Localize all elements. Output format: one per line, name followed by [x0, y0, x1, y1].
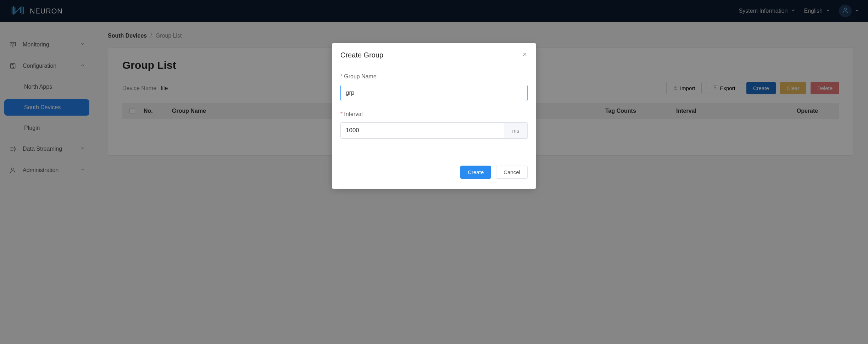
close-icon [522, 51, 528, 59]
interval-unit: ms [504, 122, 528, 139]
group-name-input[interactable] [340, 85, 528, 101]
modal-create-button[interactable]: Create [460, 166, 491, 179]
modal-create-label: Create [468, 169, 484, 175]
interval-input[interactable] [340, 122, 504, 139]
group-name-label: Group Name [344, 73, 377, 80]
modal-header: Create Group [332, 43, 536, 59]
modal-cancel-button[interactable]: Cancel [496, 166, 528, 179]
close-button[interactable] [522, 51, 528, 59]
interval-label-row: * Interval [340, 111, 528, 117]
group-name-label-row: * Group Name [340, 73, 528, 80]
interval-input-group: ms [340, 122, 528, 139]
required-indicator: * [340, 111, 343, 117]
modal-cancel-label: Cancel [503, 169, 520, 175]
required-indicator: * [340, 73, 343, 80]
modal-title: Create Group [340, 51, 383, 59]
modal-overlay[interactable]: Create Group * Group Name * Interval [0, 0, 868, 344]
create-group-modal: Create Group * Group Name * Interval [332, 43, 536, 189]
group-name-field: * Group Name [340, 73, 528, 101]
modal-body: * Group Name * Interval ms [332, 59, 536, 157]
interval-label: Interval [344, 111, 362, 117]
interval-field: * Interval ms [340, 111, 528, 139]
modal-footer: Create Cancel [332, 157, 536, 189]
